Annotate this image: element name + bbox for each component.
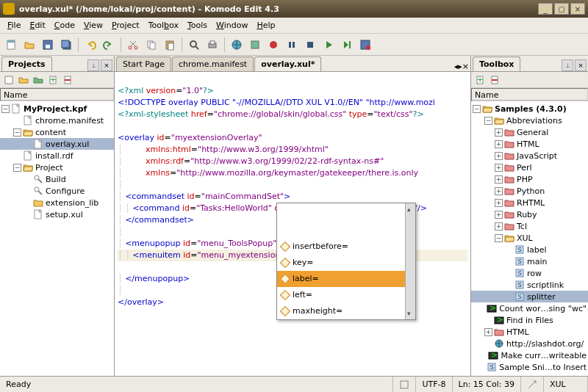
editor-tab[interactable]: Start Page [116, 57, 171, 71]
panel-options-button-right[interactable]: ⟂ [562, 59, 573, 71]
tree-item[interactable]: slabel [471, 244, 588, 255]
tree-item[interactable]: extension_lib [0, 197, 114, 208]
tree-item[interactable]: sSample Sni…to Insert [471, 361, 588, 373]
autocomplete-item[interactable]: label= [277, 271, 415, 287]
tree-root[interactable]: −Samples (4.3.0) [471, 103, 588, 115]
copy-button[interactable] [143, 37, 159, 53]
status-encoding[interactable]: UTF-8 [416, 377, 452, 392]
menu-tools[interactable]: Tools [183, 19, 212, 32]
tree-item[interactable]: −Abbreviations [471, 115, 588, 126]
toolbox-add-icon[interactable]: + [473, 73, 487, 87]
tree-item[interactable]: sscriptlink [471, 279, 588, 291]
new-file-button[interactable] [3, 37, 19, 53]
tree-item[interactable]: >Find in Files [471, 314, 588, 326]
status-position[interactable]: Ln: 15 Col: 39 [453, 377, 521, 392]
macro-record-button[interactable] [265, 37, 282, 53]
autocomplete-scrollbar[interactable] [405, 203, 415, 319]
tree-item[interactable]: −content [0, 126, 114, 138]
panel-close-button[interactable]: × [101, 59, 112, 71]
editor-tab[interactable]: overlay.xul* [254, 57, 321, 71]
minimize-button[interactable]: _ [538, 3, 553, 15]
code-editor[interactable]: <?xml version="1.0"?> <!DOCTYPE overlay … [115, 72, 470, 376]
undo-button[interactable] [82, 37, 98, 53]
editor-tab[interactable]: chrome.manifest [172, 57, 254, 71]
tree-item[interactable]: srow [471, 267, 588, 279]
macro-pause-button[interactable] [284, 37, 300, 53]
project-add-folder-icon[interactable] [32, 73, 45, 87]
autocomplete-item[interactable]: key= [277, 255, 415, 271]
attribute-icon [280, 258, 290, 268]
project-remove-icon[interactable] [61, 73, 74, 87]
panel-options-button[interactable]: ⟂ [87, 59, 99, 71]
toolbox-tree[interactable]: −Samples (4.3.0)−Abbreviations+General+H… [471, 101, 588, 376]
svg-rect-1 [7, 40, 15, 43]
autocomplete-item[interactable]: left= [277, 287, 415, 303]
menu-file[interactable]: File [3, 19, 25, 32]
paste-button[interactable] [162, 37, 178, 53]
tree-item[interactable]: http://slashdot.org/ [471, 338, 588, 349]
tree-item[interactable]: Configure [0, 185, 114, 197]
project-add-file-icon[interactable]: + [46, 73, 60, 87]
menu-toolbox[interactable]: Toolbox [144, 19, 183, 32]
cut-button[interactable] [125, 37, 141, 53]
autocomplete-item[interactable]: insertbefore= [277, 239, 415, 255]
tree-item[interactable]: +Python [471, 185, 588, 197]
tree-item[interactable]: setup.xul [0, 208, 114, 220]
status-icon-1[interactable] [393, 377, 416, 392]
tree-item[interactable]: Build [0, 173, 114, 185]
open-file-button[interactable] [21, 37, 37, 53]
tree-item[interactable]: +PHP [471, 173, 588, 185]
preview-button[interactable] [229, 37, 245, 53]
redo-button[interactable] [101, 37, 117, 53]
tree-item[interactable]: +JavaScript [471, 150, 588, 161]
toolbox-column-header[interactable]: Name [471, 88, 588, 101]
tree-item[interactable]: install.rdf [0, 150, 114, 161]
toolbox-tab[interactable]: Toolbox [473, 57, 520, 71]
panel-close-button-right[interactable]: × [575, 59, 587, 71]
tree-item[interactable]: +Ruby [471, 208, 588, 220]
tree-item[interactable]: chrome.manifest [0, 115, 114, 126]
project-open-icon[interactable] [17, 73, 30, 87]
project-new-icon[interactable] [2, 73, 15, 87]
tree-item[interactable]: >Count wor…sing "wc" [471, 302, 588, 314]
print-button[interactable] [204, 37, 220, 53]
toolbox-remove-icon[interactable] [488, 73, 501, 87]
menu-project[interactable]: Project [107, 19, 144, 32]
tree-item[interactable]: >Make curr…writeable [471, 349, 588, 361]
macro-stop-button[interactable] [302, 37, 318, 53]
tree-item[interactable]: overlay.xul [0, 138, 114, 150]
save-all-button[interactable] [58, 37, 74, 53]
tree-item[interactable]: +General [471, 126, 588, 138]
find-button[interactable] [186, 37, 202, 53]
menu-edit[interactable]: Edit [25, 19, 49, 32]
tree-root[interactable]: −MyProject.kpf [0, 103, 114, 115]
autocomplete-item[interactable]: maxheight= [277, 303, 415, 319]
close-button[interactable]: × [570, 3, 585, 15]
maximize-button[interactable]: ▢ [554, 3, 569, 15]
tab-close-button[interactable]: × [462, 62, 469, 71]
macro-play-button[interactable] [320, 37, 337, 53]
menu-code[interactable]: Code [50, 19, 79, 32]
tree-item[interactable]: +RHTML [471, 197, 588, 208]
macro-save-button[interactable] [357, 37, 373, 53]
menu-help[interactable]: Help [252, 19, 279, 32]
tree-item[interactable]: +Perl [471, 161, 588, 173]
status-language[interactable]: XUL [544, 377, 588, 392]
tree-item[interactable]: ssplitter [471, 291, 588, 302]
tool-button-1[interactable] [247, 37, 263, 53]
autocomplete-popup[interactable]: insertbefore=key=label=left=maxheight= [276, 203, 416, 320]
menu-view[interactable]: View [79, 19, 107, 32]
projects-tab[interactable]: Projects [1, 57, 52, 71]
tree-item[interactable]: +Tcl [471, 220, 588, 232]
tree-item[interactable]: −Project [0, 161, 114, 173]
menu-window[interactable]: Window [212, 19, 252, 32]
tree-item[interactable]: +HTML [471, 326, 588, 338]
projects-tree[interactable]: −MyProject.kpfchrome.manifest−contentove… [0, 101, 114, 376]
tree-item[interactable]: smain [471, 255, 588, 267]
save-button[interactable] [40, 37, 56, 53]
macro-play-last-button[interactable] [339, 37, 355, 53]
status-icon-2[interactable] [521, 377, 544, 392]
tree-item[interactable]: −XUL [471, 232, 588, 244]
tree-item[interactable]: +HTML [471, 138, 588, 150]
projects-column-header[interactable]: Name [0, 88, 114, 101]
